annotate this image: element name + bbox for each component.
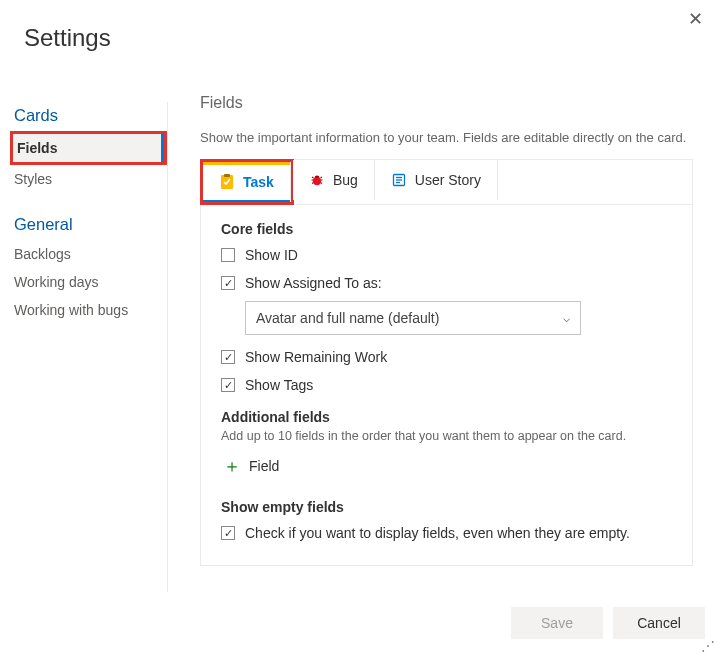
checkbox-icon: [221, 526, 235, 540]
sidebar-item-backlogs[interactable]: Backlogs: [10, 240, 167, 268]
select-value: Avatar and full name (default): [256, 310, 439, 326]
checkbox-label: Check if you want to display fields, eve…: [245, 525, 630, 541]
tab-label: User Story: [415, 172, 481, 188]
checkbox-show-id[interactable]: Show ID: [221, 241, 672, 269]
add-field-label: Field: [249, 458, 279, 474]
sidebar-item-fields[interactable]: Fields: [13, 134, 164, 162]
checkbox-show-remaining[interactable]: Show Remaining Work: [221, 343, 672, 371]
svg-point-2: [313, 177, 321, 185]
checkbox-label: Show ID: [245, 247, 298, 263]
assigned-display-select[interactable]: Avatar and full name (default) ⌵: [245, 301, 581, 335]
sidebar-item-label: Working days: [14, 274, 99, 290]
resize-grip-icon[interactable]: ⋰: [701, 639, 715, 653]
chevron-down-icon: ⌵: [563, 311, 570, 325]
section-heading: Fields: [200, 94, 693, 112]
user-story-icon: [391, 172, 407, 188]
sidebar-item-label: Fields: [17, 140, 57, 156]
sidebar-item-styles[interactable]: Styles: [10, 165, 167, 193]
checkbox-icon: [221, 350, 235, 364]
section-description: Show the important information to your t…: [200, 130, 693, 145]
bug-icon: [309, 172, 325, 188]
additional-fields-heading: Additional fields: [221, 409, 672, 425]
svg-line-6: [320, 177, 322, 178]
plus-icon: ＋: [223, 457, 241, 475]
empty-fields-heading: Show empty fields: [221, 499, 672, 515]
svg-line-8: [320, 183, 322, 184]
save-button[interactable]: Save: [511, 607, 603, 639]
tab-user-story[interactable]: User Story: [375, 160, 498, 200]
tab-label: Task: [243, 174, 274, 190]
highlight-task: Task: [200, 159, 294, 205]
core-fields-heading: Core fields: [221, 221, 672, 237]
sidebar-item-label: Styles: [14, 171, 52, 187]
checkbox-show-empty[interactable]: Check if you want to display fields, eve…: [221, 519, 672, 547]
settings-content: Fields Show the important information to…: [200, 94, 693, 605]
tab-panel: Core fields Show ID Show Assigned To as:…: [200, 204, 693, 566]
sidebar-item-working-with-bugs[interactable]: Working with bugs: [10, 296, 167, 324]
workitem-tabs: Task Bug User Story: [200, 159, 693, 204]
additional-fields-desc: Add up to 10 fields in the order that yo…: [221, 429, 672, 443]
checkbox-label: Show Remaining Work: [245, 349, 387, 365]
sidebar-item-working-days[interactable]: Working days: [10, 268, 167, 296]
tab-bug[interactable]: Bug: [293, 160, 375, 200]
tab-task[interactable]: Task: [203, 162, 291, 202]
nav-section-general: General: [10, 211, 167, 240]
add-field-button[interactable]: ＋ Field: [221, 451, 281, 481]
svg-line-7: [312, 183, 314, 184]
checkbox-show-assigned[interactable]: Show Assigned To as:: [221, 269, 672, 297]
sidebar-item-label: Backlogs: [14, 246, 71, 262]
settings-sidebar: Cards Fields Styles General Backlogs Wor…: [10, 102, 168, 592]
checkbox-icon: [221, 378, 235, 392]
dialog-footer: Save Cancel: [511, 607, 705, 639]
task-icon: [219, 174, 235, 190]
checkbox-label: Show Tags: [245, 377, 313, 393]
checkbox-icon: [221, 248, 235, 262]
tab-label: Bug: [333, 172, 358, 188]
svg-rect-1: [224, 174, 230, 177]
cancel-button[interactable]: Cancel: [613, 607, 705, 639]
nav-section-cards: Cards: [10, 102, 167, 131]
svg-line-5: [312, 177, 314, 178]
highlight-fields: Fields: [10, 131, 167, 165]
checkbox-icon: [221, 276, 235, 290]
sidebar-item-label: Working with bugs: [14, 302, 128, 318]
checkbox-label: Show Assigned To as:: [245, 275, 382, 291]
dialog-title: Settings: [0, 0, 717, 52]
close-icon[interactable]: ✕: [688, 10, 703, 28]
checkbox-show-tags[interactable]: Show Tags: [221, 371, 672, 399]
